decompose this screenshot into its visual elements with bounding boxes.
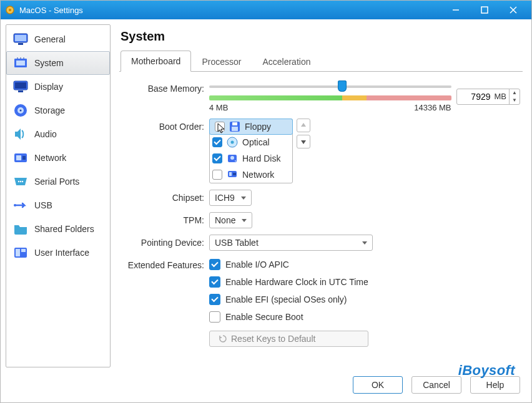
sidebar: General System Display Storage Audio	[6, 24, 111, 367]
reset-icon	[219, 334, 227, 343]
boot-item-floppy[interactable]: Floppy	[209, 119, 293, 135]
base-memory-label: Base Memory:	[122, 80, 209, 94]
spin-up-button[interactable]: ▲	[510, 89, 520, 97]
svg-point-1	[9, 9, 11, 11]
boot-item-optical[interactable]: Optical	[210, 134, 292, 150]
tab-acceleration[interactable]: Acceleration	[252, 51, 321, 72]
memory-slider[interactable]	[209, 80, 451, 93]
svg-rect-39	[229, 172, 232, 176]
window-title: MacOS - Settings	[19, 6, 83, 15]
motherboard-form: Base Memory:	[119, 72, 523, 353]
svg-point-37	[235, 160, 236, 162]
svg-rect-3	[481, 7, 488, 13]
netboot-icon	[226, 168, 239, 181]
sidebar-item-general[interactable]: General	[6, 27, 110, 51]
svg-point-34	[231, 141, 234, 144]
footer: iBoysoft OK Cancel Help	[6, 372, 526, 397]
feature-io-apic-checkbox[interactable]	[209, 259, 220, 270]
tpm-label: TPM:	[122, 212, 209, 225]
chipset-select[interactable]: ICH9	[209, 190, 252, 206]
memory-spinbox[interactable]: MB ▲ ▼	[456, 89, 521, 105]
close-button[interactable]	[499, 1, 528, 19]
serial-icon	[13, 174, 28, 189]
pointing-select[interactable]: USB Tablet	[209, 235, 373, 251]
feature-efi[interactable]: Enable EFI (special OSes only)	[209, 292, 368, 307]
ok-button[interactable]: OK	[353, 376, 403, 394]
svg-point-23	[18, 181, 19, 182]
sidebar-item-display[interactable]: Display	[6, 75, 110, 99]
tpm-value: None	[215, 215, 235, 225]
boot-floppy-checkbox[interactable]	[215, 122, 225, 132]
boot-move-up-button[interactable]	[297, 119, 310, 132]
boot-floppy-label: Floppy	[245, 122, 271, 132]
boot-order-list[interactable]: Floppy Optical	[209, 119, 293, 183]
feature-utc-clock-checkbox[interactable]	[209, 276, 220, 288]
sidebar-item-serial-ports[interactable]: Serial Ports	[6, 170, 110, 193]
boot-move-down-button[interactable]	[297, 135, 310, 148]
minimize-button[interactable]	[441, 1, 470, 19]
feature-utc-clock[interactable]: Enable Hardware Clock in UTC Time	[209, 274, 368, 289]
reset-keys-button[interactable]: Reset Keys to Default	[209, 331, 368, 347]
svg-rect-40	[233, 173, 236, 175]
sidebar-item-label: Network	[34, 153, 66, 163]
layout-icon	[13, 245, 28, 260]
tab-motherboard[interactable]: Motherboard	[121, 51, 191, 72]
sidebar-item-storage[interactable]: Storage	[6, 99, 110, 122]
svg-point-24	[20, 181, 21, 182]
chipset-value: ICH9	[215, 193, 235, 203]
usb-icon	[13, 198, 28, 213]
boot-optical-checkbox[interactable]	[212, 137, 222, 147]
sidebar-item-user-interface[interactable]: User Interface	[6, 241, 110, 265]
svg-rect-21	[16, 155, 21, 160]
help-button[interactable]: Help	[470, 376, 520, 394]
feature-efi-checkbox[interactable]	[209, 294, 220, 305]
sidebar-item-label: Display	[34, 82, 63, 92]
chevron-down-icon	[362, 241, 367, 245]
svg-point-25	[22, 181, 23, 182]
chipset-row: Chipset: ICH9	[122, 190, 520, 206]
display-icon	[13, 79, 28, 94]
sidebar-item-usb[interactable]: USB	[6, 193, 110, 217]
feature-io-apic[interactable]: Enable I/O APIC	[209, 257, 368, 272]
sidebar-item-label: System	[34, 58, 64, 68]
svg-point-19	[20, 110, 22, 112]
sidebar-item-system[interactable]: System	[6, 51, 110, 75]
memory-input[interactable]	[457, 92, 493, 102]
settings-window: MacOS - Settings General	[0, 0, 532, 403]
svg-rect-7	[15, 35, 26, 41]
memory-max: 14336 MB	[414, 103, 451, 112]
svg-rect-22	[22, 156, 26, 160]
spin-down-button[interactable]: ▼	[510, 97, 520, 104]
feature-secure-boot-checkbox[interactable]	[209, 311, 220, 323]
svg-rect-28	[16, 249, 20, 256]
tab-processor[interactable]: Processor	[191, 51, 252, 72]
sidebar-item-shared-folders[interactable]: Shared Folders	[6, 217, 110, 241]
memory-min: 4 MB	[209, 103, 228, 112]
gear-icon	[4, 4, 16, 16]
memory-unit: MB	[493, 92, 510, 101]
svg-rect-29	[21, 249, 26, 252]
pointing-row: Pointing Device: USB Tablet	[122, 235, 520, 251]
pointing-label: Pointing Device:	[122, 235, 209, 248]
boot-network-checkbox[interactable]	[212, 170, 222, 180]
boot-harddisk-checkbox[interactable]	[212, 153, 222, 163]
boot-item-harddisk[interactable]: Hard Disk	[210, 150, 292, 167]
tpm-select[interactable]: None	[209, 212, 252, 228]
feature-secure-boot[interactable]: Enable Secure Boot	[209, 309, 368, 324]
folder-icon	[13, 221, 28, 236]
window-body: General System Display Storage Audio	[1, 19, 531, 402]
window-controls	[441, 1, 528, 19]
svg-rect-16	[18, 90, 23, 92]
cancel-button[interactable]: Cancel	[411, 376, 461, 394]
boot-network-label: Network	[242, 170, 274, 180]
svg-point-36	[230, 156, 234, 160]
sidebar-item-network[interactable]: Network	[6, 146, 110, 170]
boot-item-network[interactable]: Network	[210, 167, 292, 183]
netcard-icon	[13, 150, 28, 165]
maximize-button[interactable]	[470, 1, 499, 19]
sidebar-item-label: Shared Folders	[34, 224, 94, 234]
slider-thumb-icon[interactable]	[338, 80, 347, 92]
svg-rect-15	[15, 82, 26, 89]
sidebar-item-label: Serial Ports	[34, 177, 79, 187]
sidebar-item-audio[interactable]: Audio	[6, 122, 110, 146]
